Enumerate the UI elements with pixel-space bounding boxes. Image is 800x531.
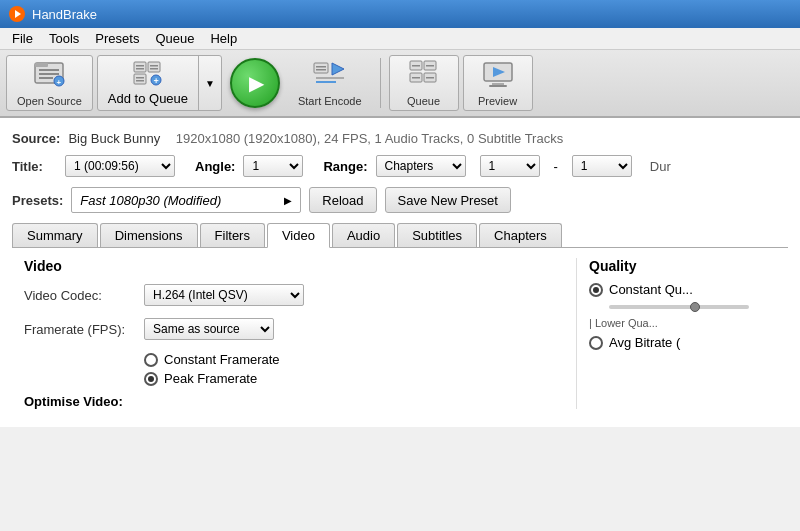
avg-bitrate-radio[interactable] — [589, 336, 603, 350]
constant-quality-label: Constant Qu... — [609, 282, 693, 297]
quality-column: Quality Constant Qu... | Lower Qua... Av… — [576, 258, 776, 409]
svg-rect-31 — [426, 65, 434, 67]
toolbar: + Open Source + — [0, 50, 800, 118]
title-bar: HandBrake — [0, 0, 800, 28]
start-encode-button[interactable]: Start Encode — [288, 55, 372, 111]
svg-rect-13 — [150, 65, 158, 67]
tabs-bar: Summary Dimensions Filters Video Audio S… — [12, 219, 788, 248]
tab-video[interactable]: Video — [267, 223, 330, 248]
svg-rect-14 — [150, 68, 158, 70]
menu-file[interactable]: File — [4, 30, 41, 47]
svg-rect-17 — [136, 80, 144, 82]
source-label: Source: — [12, 131, 60, 146]
avg-bitrate-label: Avg Bitrate ( — [609, 335, 680, 350]
tab-subtitles[interactable]: Subtitles — [397, 223, 477, 247]
svg-rect-36 — [492, 83, 504, 85]
constant-framerate-label: Constant Framerate — [164, 352, 280, 367]
chapter-end-select[interactable]: 1 — [572, 155, 632, 177]
range-select[interactable]: Chapters — [376, 155, 466, 177]
toolbar-sep-1 — [380, 58, 381, 108]
range-label: Range: — [323, 159, 367, 174]
menu-help[interactable]: Help — [202, 30, 245, 47]
preset-selector[interactable]: Fast 1080p30 (Modified) ▶ — [71, 187, 301, 213]
angle-label: Angle: — [195, 159, 235, 174]
lower-quality-note: | Lower Qua... — [589, 317, 776, 329]
open-source-button[interactable]: + Open Source — [6, 55, 93, 111]
tab-dimensions[interactable]: Dimensions — [100, 223, 198, 247]
title-field-label: Title: — [12, 159, 57, 174]
svg-rect-21 — [316, 66, 326, 68]
start-encode-play-button[interactable]: ▶ — [230, 58, 280, 108]
add-to-queue-label: Add to Queue — [108, 91, 188, 106]
queue-button[interactable]: Queue — [389, 55, 459, 111]
svg-rect-25 — [316, 81, 336, 83]
tab-filters[interactable]: Filters — [200, 223, 265, 247]
preview-label: Preview — [478, 95, 517, 107]
quality-slider-track — [609, 305, 749, 309]
codec-label: Video Codec: — [24, 288, 144, 303]
constant-framerate-radio[interactable] — [144, 353, 158, 367]
reload-button[interactable]: Reload — [309, 187, 376, 213]
svg-rect-33 — [426, 77, 434, 79]
title-select[interactable]: 1 (00:09:56) — [65, 155, 175, 177]
svg-rect-37 — [489, 85, 507, 87]
chapter-start-select[interactable]: 1 — [480, 155, 540, 177]
peak-framerate-option[interactable]: Peak Framerate — [144, 371, 556, 386]
svg-marker-23 — [332, 63, 344, 75]
add-queue-icon: + — [132, 60, 164, 91]
start-encode-label: Start Encode — [298, 95, 362, 107]
svg-rect-5 — [39, 73, 59, 75]
presets-row: Presets: Fast 1080p30 (Modified) ▶ Reloa… — [12, 181, 788, 219]
svg-rect-4 — [39, 69, 59, 71]
fps-select[interactable]: Same as source — [144, 318, 274, 340]
constant-framerate-option[interactable]: Constant Framerate — [144, 352, 556, 367]
svg-rect-6 — [39, 77, 53, 79]
tab-summary[interactable]: Summary — [12, 223, 98, 247]
svg-text:+: + — [153, 76, 158, 86]
preview-button[interactable]: Preview — [463, 55, 533, 111]
menu-presets[interactable]: Presets — [87, 30, 147, 47]
codec-row: Video Codec: H.264 (Intel QSV) — [24, 284, 556, 306]
optimise-video-label: Optimise Video: — [24, 394, 556, 409]
queue-icon — [408, 59, 440, 93]
peak-framerate-label: Peak Framerate — [164, 371, 257, 386]
menu-queue[interactable]: Queue — [147, 30, 202, 47]
tab-audio[interactable]: Audio — [332, 223, 395, 247]
add-to-queue-dropdown-arrow[interactable]: ▼ — [199, 56, 221, 110]
duration-label: Dur — [650, 159, 671, 174]
quality-slider-thumb[interactable] — [690, 302, 700, 312]
svg-text:+: + — [57, 78, 62, 87]
presets-label: Presets: — [12, 193, 63, 208]
codec-select[interactable]: H.264 (Intel QSV) — [144, 284, 304, 306]
source-details: 1920x1080 (1920x1080), 24 FPS, 1 Audio T… — [176, 131, 563, 146]
main-content: Source: Big Buck Bunny 1920x1080 (1920x1… — [0, 118, 800, 427]
preset-current-value: Fast 1080p30 (Modified) — [80, 193, 221, 208]
fps-label: Framerate (FPS): — [24, 322, 144, 337]
fps-row: Framerate (FPS): Same as source — [24, 318, 556, 340]
tab-chapters[interactable]: Chapters — [479, 223, 562, 247]
add-to-queue-button[interactable]: + Add to Queue ▼ — [97, 55, 222, 111]
svg-rect-3 — [35, 63, 48, 67]
app-title: HandBrake — [32, 7, 97, 22]
video-section-title: Video — [24, 258, 556, 274]
open-source-icon: + — [33, 59, 65, 93]
svg-rect-22 — [316, 69, 326, 71]
peak-framerate-radio[interactable] — [144, 372, 158, 386]
source-row: Source: Big Buck Bunny 1920x1080 (1920x1… — [12, 126, 788, 151]
svg-rect-16 — [136, 77, 144, 79]
svg-rect-10 — [136, 65, 144, 67]
queue-label: Queue — [407, 95, 440, 107]
menu-bar: File Tools Presets Queue Help — [0, 28, 800, 50]
svg-rect-12 — [148, 62, 160, 72]
title-row: Title: 1 (00:09:56) Angle: 1 Range: Chap… — [12, 151, 788, 181]
quality-slider-container — [589, 305, 776, 309]
constant-quality-radio[interactable] — [589, 283, 603, 297]
start-encode-icon — [312, 59, 348, 93]
angle-select[interactable]: 1 — [243, 155, 303, 177]
svg-rect-9 — [134, 62, 146, 72]
source-filename: Big Buck Bunny — [68, 131, 160, 146]
save-new-preset-button[interactable]: Save New Preset — [385, 187, 511, 213]
video-layout: Video Video Codec: H.264 (Intel QSV) Fra… — [24, 258, 776, 409]
add-to-queue-main[interactable]: + Add to Queue — [98, 56, 199, 110]
menu-tools[interactable]: Tools — [41, 30, 87, 47]
